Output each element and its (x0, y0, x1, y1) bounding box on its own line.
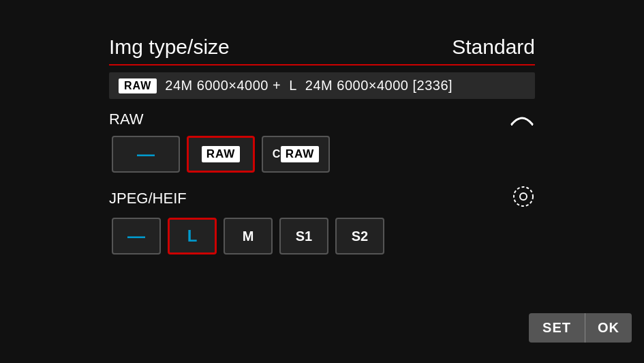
jpeg-s1-button[interactable]: S1 (279, 218, 328, 255)
raw-badge: RAW (119, 78, 157, 93)
raw-section-header: RAW (109, 108, 535, 130)
svg-point-8 (514, 187, 533, 206)
jpeg-settings-icon (512, 185, 535, 212)
ok-button[interactable]: OK (585, 313, 632, 343)
raw-scroll-icon (509, 108, 535, 130)
bottom-bar: SET OK (529, 313, 632, 343)
raw-raw-button[interactable]: RAW (187, 136, 255, 173)
jpeg-s2-button[interactable]: S2 (335, 218, 384, 255)
jpeg-section-header: JPEG/HEIF (109, 185, 535, 212)
jpeg-section-label: JPEG/HEIF (109, 190, 187, 207)
summary-text1: 24M 6000×4000 + (165, 78, 281, 93)
raw-btn-group: — RAW CRAW (112, 136, 535, 173)
jpeg-btn-group: — L M S1 S2 (112, 218, 535, 255)
jpeg-s1-label: S1 (296, 229, 312, 244)
jpeg-l-button[interactable]: L (168, 218, 217, 255)
raw-section-label: RAW (109, 111, 144, 128)
summary-text2: 24M 6000×4000 [2336] (305, 78, 453, 93)
header-row: Img type/size Standard (109, 0, 535, 66)
raw-raw-label: RAW (202, 146, 241, 162)
summary-size-label: L (289, 78, 297, 93)
raw-section: RAW — RAW CRAW (109, 108, 535, 173)
jpeg-none-icon: — (127, 226, 145, 247)
jpeg-m-button[interactable]: M (224, 218, 273, 255)
jpeg-s2-label: S2 (352, 229, 368, 244)
svg-point-9 (520, 193, 527, 200)
jpeg-m-label: M (243, 229, 254, 244)
raw-none-button[interactable]: — (112, 136, 180, 173)
jpeg-none-button[interactable]: — (112, 218, 161, 255)
page-title: Img type/size (109, 35, 230, 59)
jpeg-l-label: L (187, 227, 198, 246)
raw-none-icon: — (137, 144, 155, 165)
header-mode: Standard (452, 35, 535, 59)
raw-craw-button[interactable]: CRAW (262, 136, 330, 173)
summary-bar: RAW 24M 6000×4000 + L 24M 6000×4000 [233… (109, 72, 535, 99)
set-button[interactable]: SET (529, 313, 585, 343)
jpeg-section: JPEG/HEIF — L M S1 (109, 185, 535, 255)
raw-craw-label: RAW (281, 146, 320, 162)
main-screen: Img type/size Standard RAW 24M 6000×4000… (0, 0, 644, 363)
